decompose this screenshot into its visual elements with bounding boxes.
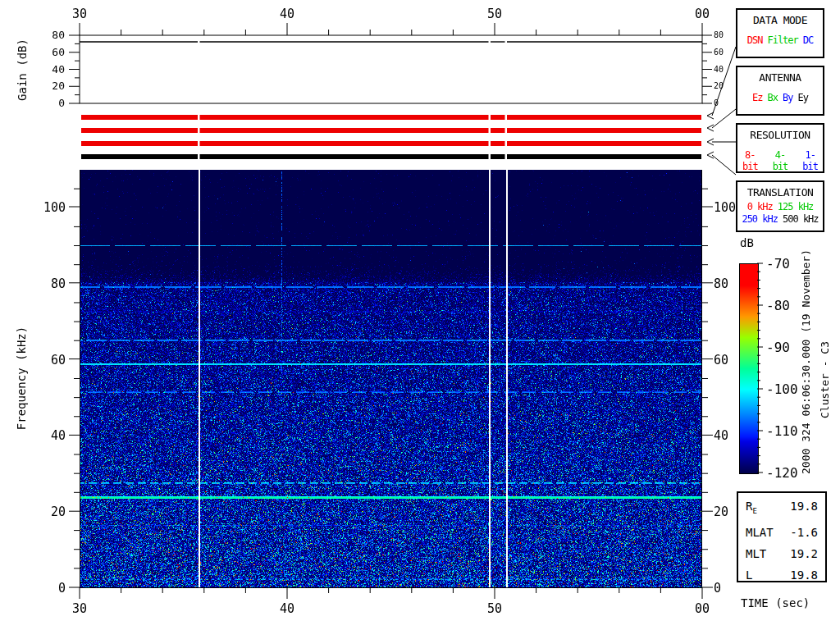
legend-option: DC — [803, 34, 813, 46]
gain-tick-label: 80 — [37, 29, 65, 41]
gain-tick-label: 0 — [37, 97, 65, 109]
status-bar-data-mode — [200, 115, 489, 120]
legend-option: 250 kHz — [742, 213, 778, 225]
orbit-info-row: MLAT-1.6 — [738, 524, 825, 541]
wbd-spectrogram-page: Gain (dB) Frequency (kHz) 2000 324 06:06… — [0, 0, 840, 630]
legend-option: 4-bit — [768, 149, 793, 172]
frequency-tick-label: 20 — [36, 504, 66, 519]
legend-row: 8-bit4-bit1-bit — [737, 149, 823, 172]
axis-line — [712, 155, 736, 175]
frequency-tick-label-right: 0 — [714, 581, 721, 596]
top-time-tick-label: 00 — [695, 7, 710, 21]
frequency-tick-label: 40 — [36, 428, 66, 443]
legend-row: 250 kHz500 kHz — [737, 213, 823, 225]
colorbar-tick-label: -80 — [766, 298, 790, 313]
frequency-axis-title: Frequency (kHz) — [15, 326, 28, 430]
status-bar-antenna — [491, 128, 505, 133]
axis-line — [707, 116, 714, 119]
orbit-info-label: MLAT — [746, 524, 774, 541]
top-time-tick-label: 40 — [280, 7, 294, 21]
legend-box-antenna: ANTENNAEzBxByEy — [736, 66, 824, 116]
legend-option: By — [783, 92, 792, 103]
legend-box-resolution: RESOLUTION8-bit4-bit1-bit — [736, 123, 824, 173]
legend-box-title: ANTENNA — [737, 71, 823, 84]
gain-tick-label-right: 20 — [714, 81, 724, 90]
orbit-info-value: 19.8 — [790, 498, 818, 519]
datetime-annotation: 2000 324 06:06:30.000 (19 November) — [800, 249, 812, 474]
orbit-info-label: RE — [746, 498, 757, 519]
top-time-tick-label: 50 — [487, 7, 502, 21]
axis-line — [707, 125, 714, 128]
legend-option: 8-bit — [737, 149, 763, 172]
legend-box-title: DATA MODE — [737, 14, 823, 26]
orbit-info-row: RE19.8 — [738, 498, 825, 519]
axis-line — [707, 128, 714, 131]
gain-tick-label: 40 — [37, 63, 65, 75]
colorbar-tick-label: -90 — [766, 340, 790, 355]
status-bar-translation — [491, 154, 505, 159]
bottom-time-tick-label: 40 — [280, 601, 294, 616]
orbit-info-label: MLT — [746, 546, 766, 562]
orbit-info-value: -1.6 — [790, 524, 818, 541]
legend-option: Bx — [768, 92, 778, 103]
bottom-time-tick-label: 50 — [487, 601, 502, 616]
gain-tick-label-right: 80 — [714, 30, 724, 39]
orbit-info-row: L19.8 — [738, 567, 825, 583]
legend-box-title: TRANSLATION — [737, 186, 823, 199]
top-time-tick-label: 30 — [72, 7, 87, 21]
status-bar-antenna — [81, 128, 198, 133]
colorbar-tick-label: -110 — [766, 423, 798, 439]
spacecraft-annotation: Cluster - C3 — [819, 341, 831, 418]
frequency-tick-label: 100 — [36, 200, 66, 215]
status-bar-translation — [81, 154, 198, 159]
orbit-info-label-subscript: E — [752, 507, 756, 515]
status-bar-resolution — [491, 141, 505, 146]
status-bar-data-mode — [491, 115, 505, 120]
status-bar-antenna — [200, 128, 489, 133]
gain-tick-label: 20 — [37, 80, 65, 92]
spectrogram-plot — [80, 170, 702, 587]
status-bar-resolution — [507, 141, 701, 146]
legend-option: 500 kHz — [783, 213, 819, 225]
status-bar-data-mode — [507, 115, 701, 120]
legend-option: 1-bit — [797, 149, 823, 172]
legend-box-data-mode: DATA MODEDSNFilterDC — [736, 8, 824, 58]
axis-line — [707, 112, 714, 116]
axis-line — [707, 142, 714, 145]
status-bar-resolution — [200, 141, 489, 146]
gain-tick-label-right: 0 — [714, 98, 719, 107]
status-bar-translation — [507, 154, 701, 159]
axis-line — [707, 139, 714, 142]
colorbar-gradient — [739, 263, 759, 474]
gain-tick-label-right: 60 — [714, 48, 724, 57]
frequency-tick-label: 0 — [36, 581, 66, 596]
status-bar-data-mode — [81, 115, 198, 120]
gain-panel-frame — [80, 35, 702, 103]
orbit-info-row: MLT19.2 — [738, 546, 825, 562]
legend-box-translation: TRANSLATION0 kHz125 kHz250 kHz500 kHz — [736, 180, 824, 232]
frequency-tick-label-right: 80 — [714, 276, 728, 291]
frequency-tick-label: 80 — [36, 276, 66, 291]
legend-option: 0 kHz — [747, 201, 773, 212]
frequency-tick-label-right: 20 — [714, 504, 728, 519]
frequency-tick-label-right: 40 — [714, 428, 728, 443]
axis-line — [712, 109, 736, 128]
colorbar-tick-label: -70 — [766, 256, 790, 272]
gain-tick-label-right: 40 — [714, 65, 724, 74]
legend-box-title: RESOLUTION — [737, 129, 823, 141]
legend-row: DSNFilterDC — [737, 34, 823, 46]
gain-tick-label: 60 — [37, 46, 65, 58]
status-bar-antenna — [507, 128, 701, 133]
bottom-time-tick-label: 00 — [695, 601, 710, 616]
legend-option: Ey — [797, 92, 807, 103]
legend-option: Ez — [752, 92, 762, 103]
frequency-tick-label: 60 — [36, 353, 66, 368]
frequency-tick-label-right: 100 — [714, 200, 736, 215]
status-bar-translation — [200, 154, 489, 159]
colorbar-tick-label: -100 — [766, 381, 798, 397]
legend-row: EzBxByEy — [737, 92, 823, 103]
orbit-info-value: 19.2 — [790, 546, 818, 562]
legend-option: Filter — [767, 34, 797, 46]
orbit-info-value: 19.8 — [790, 567, 818, 583]
axis-line — [707, 152, 714, 155]
